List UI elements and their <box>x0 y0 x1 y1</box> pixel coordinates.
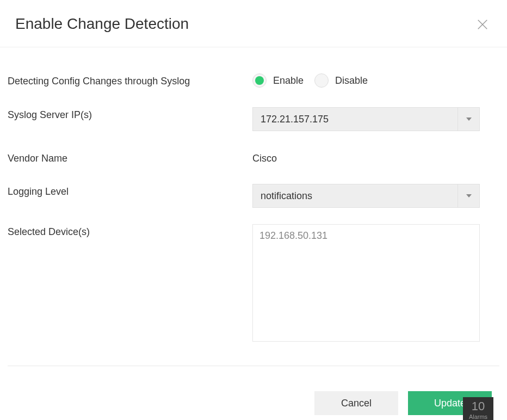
logging-level-label: Logging Level <box>8 184 252 197</box>
vendor-name-value: Cisco <box>252 151 480 164</box>
radio-unselected-icon <box>314 73 329 88</box>
vendor-name-label: Vendor Name <box>8 151 252 164</box>
svg-marker-3 <box>466 194 472 197</box>
syslog-ip-select[interactable]: 172.21.157.175 <box>252 107 480 131</box>
content-divider <box>8 366 499 366</box>
radio-enable-label: Enable <box>273 75 304 87</box>
header-divider <box>0 47 507 47</box>
radio-disable-label: Disable <box>335 75 368 87</box>
chevron-down-icon <box>457 108 479 131</box>
radio-enable[interactable]: Enable <box>252 73 304 88</box>
selected-devices-label: Selected Device(s) <box>8 224 252 238</box>
alarms-count: 10 <box>472 400 485 412</box>
detect-changes-label: Detecting Config Changes through Syslog <box>8 73 252 87</box>
syslog-ip-value: 172.21.157.175 <box>253 114 457 125</box>
detect-radio-group: Enable Disable <box>252 73 480 88</box>
chevron-down-icon <box>457 184 479 207</box>
alarms-label: Alarms <box>469 413 487 420</box>
svg-marker-2 <box>466 118 472 121</box>
selected-devices-list[interactable]: 192.168.50.131 <box>252 224 480 342</box>
alarms-widget[interactable]: 10 Alarms <box>463 397 493 420</box>
cancel-button[interactable]: Cancel <box>314 391 398 415</box>
logging-level-value: notifications <box>253 190 457 202</box>
radio-selected-icon <box>252 73 267 88</box>
dialog-scroll-area[interactable]: Detecting Config Changes through Syslog … <box>0 57 507 420</box>
logging-level-select[interactable]: notifications <box>252 184 480 208</box>
dialog-title: Enable Change Detection <box>15 15 189 33</box>
close-icon <box>477 23 489 32</box>
syslog-ip-label: Syslog Server IP(s) <box>8 107 252 121</box>
list-item: 192.168.50.131 <box>259 230 473 242</box>
radio-disable[interactable]: Disable <box>314 73 368 88</box>
close-button[interactable] <box>473 15 492 36</box>
